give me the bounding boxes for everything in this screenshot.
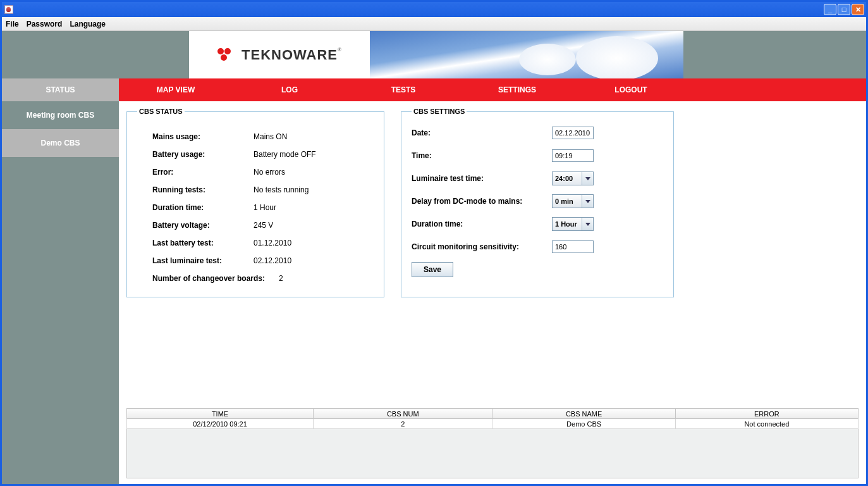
status-value: Battery mode OFF bbox=[254, 150, 316, 159]
cbs-settings-title: CBS SETTINGS bbox=[412, 108, 467, 115]
sidebar-item-meeting-room-cbs[interactable]: Meeting room CBS bbox=[2, 101, 119, 129]
status-label: Mains usage: bbox=[152, 132, 254, 141]
banner: TEKNOWARE® bbox=[2, 31, 866, 78]
settings-delay-combo[interactable]: 0 min bbox=[552, 194, 594, 208]
status-value: No errors bbox=[254, 168, 285, 177]
tabs: STATUS MAP VIEW LOG TESTS SETTINGS LOGOU… bbox=[2, 78, 866, 101]
error-table-area: TIME CBS NUM CBS NAME ERROR 02/12/2010 0… bbox=[126, 408, 859, 484]
titlebar: _ □ ✕ bbox=[2, 2, 866, 17]
tab-tests[interactable]: TESTS bbox=[346, 78, 460, 101]
java-icon bbox=[4, 5, 13, 14]
sidebar-item-label: Meeting room CBS bbox=[27, 111, 94, 120]
status-value: 245 V bbox=[254, 221, 273, 230]
tab-logout[interactable]: LOGOUT bbox=[574, 78, 688, 101]
brand-logo: TEKNOWARE® bbox=[189, 31, 370, 78]
error-table-filler bbox=[126, 429, 859, 478]
status-value: 01.12.2010 bbox=[254, 239, 291, 247]
content: CBS STATUS Mains usage:Mains ON Battery … bbox=[119, 101, 866, 484]
cell-cbsname: Demo CBS bbox=[492, 419, 675, 429]
settings-luminaire-combo[interactable]: 24:00 bbox=[552, 171, 594, 185]
status-label: Error: bbox=[152, 168, 254, 177]
status-label: Battery usage: bbox=[152, 150, 254, 159]
status-value: 02.12.2010 bbox=[254, 256, 291, 265]
menubar: File Password Language bbox=[2, 17, 866, 31]
settings-time-label: Time: bbox=[412, 151, 552, 160]
tab-log[interactable]: LOG bbox=[233, 78, 346, 101]
error-table-header-error[interactable]: ERROR bbox=[675, 409, 858, 419]
main: Meeting room CBS Demo CBS CBS STATUS Mai… bbox=[2, 101, 866, 484]
brand-name: TEKNOWARE bbox=[241, 47, 338, 63]
error-table: TIME CBS NUM CBS NAME ERROR 02/12/2010 0… bbox=[126, 408, 859, 429]
maximize-button[interactable]: □ bbox=[838, 4, 850, 15]
app-window: _ □ ✕ File Password Language TEKNOWARE® … bbox=[0, 0, 868, 486]
settings-duration-label: Duration time: bbox=[412, 220, 552, 228]
status-value: 2 bbox=[279, 274, 283, 283]
error-table-header-cbsname[interactable]: CBS NAME bbox=[492, 409, 675, 419]
chevron-down-icon bbox=[582, 218, 593, 230]
error-table-header-cbsnum[interactable]: CBS NUM bbox=[314, 409, 492, 419]
chevron-down-icon bbox=[582, 172, 593, 185]
settings-date-label: Date: bbox=[412, 128, 552, 137]
chevron-down-icon bbox=[582, 195, 593, 208]
settings-duration-combo[interactable]: 1 Hour bbox=[552, 217, 594, 231]
cbs-settings-box: CBS SETTINGS Date: 02.12.2010 Time: 09:1… bbox=[401, 108, 674, 297]
status-label: Last battery test: bbox=[152, 239, 254, 247]
cbs-status-title: CBS STATUS bbox=[137, 108, 185, 115]
menu-file[interactable]: File bbox=[6, 20, 19, 28]
banner-sky bbox=[370, 31, 683, 78]
settings-luminaire-label: Luminaire test time: bbox=[412, 174, 552, 183]
settings-delay-label: Delay from DC-mode to mains: bbox=[412, 197, 552, 206]
save-button[interactable]: Save bbox=[412, 262, 453, 277]
sidebar-item-demo-cbs[interactable]: Demo CBS bbox=[2, 129, 119, 157]
settings-sensitivity-label: Circuit monitoring sensitivity: bbox=[412, 242, 552, 251]
error-table-header-time[interactable]: TIME bbox=[127, 409, 314, 419]
tab-status[interactable]: STATUS bbox=[2, 78, 119, 101]
status-label: Number of changeover boards: bbox=[152, 274, 279, 283]
status-value: Mains ON bbox=[254, 132, 287, 141]
sidebar: Meeting room CBS Demo CBS bbox=[2, 101, 119, 484]
minimize-button[interactable]: _ bbox=[824, 4, 836, 15]
settings-date-input[interactable]: 02.12.2010 bbox=[552, 127, 594, 139]
logo-icon bbox=[217, 48, 236, 62]
menu-language[interactable]: Language bbox=[70, 20, 106, 28]
tab-settings[interactable]: SETTINGS bbox=[460, 78, 574, 101]
status-value: No tests running bbox=[254, 185, 309, 194]
cell-time: 02/12/2010 09:21 bbox=[127, 419, 314, 429]
cell-error: Not connected bbox=[675, 419, 858, 429]
error-table-row[interactable]: 02/12/2010 09:21 2 Demo CBS Not connecte… bbox=[127, 419, 859, 429]
status-label: Last luminaire test: bbox=[152, 256, 254, 265]
tab-mapview[interactable]: MAP VIEW bbox=[119, 78, 233, 101]
close-button[interactable]: ✕ bbox=[852, 4, 864, 15]
cell-cbsnum: 2 bbox=[314, 419, 492, 429]
status-label: Battery voltage: bbox=[152, 221, 254, 230]
status-label: Running tests: bbox=[152, 185, 254, 194]
sidebar-item-label: Demo CBS bbox=[40, 139, 80, 147]
status-value: 1 Hour bbox=[254, 203, 276, 212]
menu-password[interactable]: Password bbox=[27, 20, 63, 28]
settings-time-input[interactable]: 09:19 bbox=[552, 149, 594, 162]
cbs-status-box: CBS STATUS Mains usage:Mains ON Battery … bbox=[126, 108, 384, 297]
settings-sensitivity-input[interactable]: 160 bbox=[552, 240, 594, 253]
status-label: Duration time: bbox=[152, 203, 254, 212]
